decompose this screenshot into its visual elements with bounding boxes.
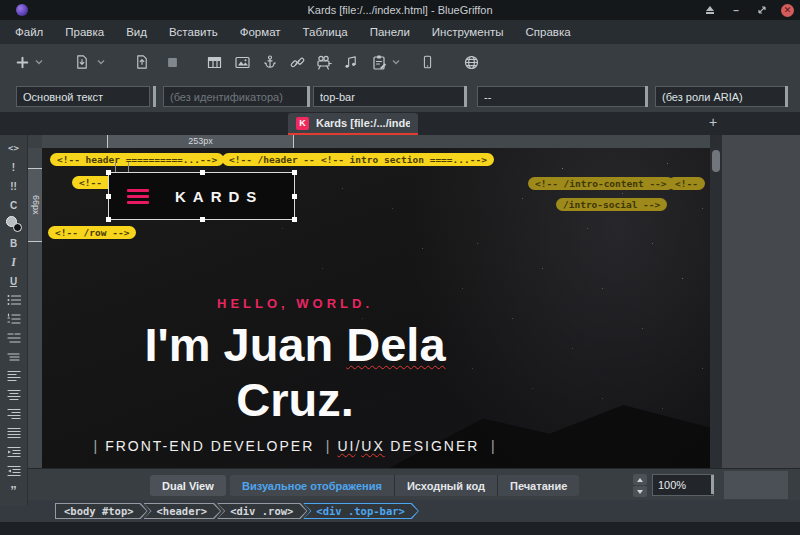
comment-pill-intro-open[interactable]: <!-- intro section ====...-->	[314, 153, 494, 166]
hero-heading[interactable]: I'm Juan Dela Cruz.	[42, 317, 548, 427]
menu-table[interactable]: Таблица	[292, 22, 359, 42]
bold-icon[interactable]: B	[6, 235, 22, 251]
indent-icon[interactable]	[6, 444, 22, 460]
stop-loading-icon[interactable]	[162, 52, 182, 72]
keep-above-icon[interactable]	[703, 3, 717, 17]
splitter-handle[interactable]	[645, 86, 648, 107]
insert-form-dropdown-icon[interactable]	[391, 52, 401, 72]
breadcrumb-tag-body[interactable]: <body #top>	[55, 503, 148, 519]
insert-image-icon[interactable]	[232, 52, 252, 72]
blockquote-icon[interactable]: ”	[6, 482, 22, 498]
element-id-field[interactable]	[163, 86, 310, 107]
menu-view[interactable]: Вид	[115, 22, 158, 42]
resize-handle-n[interactable]	[200, 170, 205, 175]
align-center-icon[interactable]	[6, 387, 22, 403]
align-left-icon[interactable]	[6, 368, 22, 384]
open-document-icon[interactable]	[72, 52, 92, 72]
hero-tagline[interactable]: |FRONT-END DEVELOPER |UI/UX DESIGNER |	[42, 438, 548, 455]
view-tab-visual[interactable]: Визуальное отображения	[230, 475, 395, 496]
new-document-dropdown-icon[interactable]	[34, 52, 44, 72]
comment-pill-row-close[interactable]: <!-- /row -->	[48, 226, 136, 239]
breadcrumb-tag-header[interactable]: <header>	[144, 503, 222, 519]
new-tab-button[interactable]: +	[704, 113, 722, 131]
zoom-increase-button[interactable]	[633, 474, 647, 485]
view-tab-print[interactable]: Печатание	[498, 475, 579, 496]
menu-insert[interactable]: Вставить	[158, 22, 229, 42]
scrollbar-thumb[interactable]	[712, 150, 720, 172]
browser-preview-icon[interactable]	[461, 52, 481, 72]
close-icon[interactable]: ✕	[781, 4, 794, 17]
site-logo-text[interactable]: KARDS	[175, 188, 263, 205]
zoom-decrease-button[interactable]	[633, 486, 647, 497]
align-right-icon[interactable]	[6, 406, 22, 422]
comment-pill-intro-social-close[interactable]: /intro-social -->	[556, 198, 667, 211]
splitter-handle[interactable]	[711, 475, 714, 494]
menu-format[interactable]: Формат	[229, 22, 292, 42]
list-ordered-icon[interactable]	[6, 311, 22, 327]
comment-pill-clipped-open[interactable]: <!--	[668, 177, 705, 190]
element-lang-field[interactable]	[477, 86, 648, 107]
comment-pill-header-open[interactable]: <!-- header ==========...-->	[50, 153, 224, 166]
hero-greeting[interactable]: HELLO, WORLD.	[42, 296, 548, 311]
insert-form-icon[interactable]	[369, 52, 389, 72]
menu-tools[interactable]: Инструменты	[421, 22, 515, 42]
wysiwyg-canvas[interactable]: <!-- header ==========...--> <!-- /heade…	[42, 148, 710, 468]
resize-handle-nw[interactable]	[106, 170, 111, 175]
outdent-icon[interactable]	[6, 463, 22, 479]
resize-handle-s[interactable]	[200, 217, 205, 222]
breadcrumb-tag-div-row[interactable]: <div .row>	[217, 503, 307, 519]
save-document-icon[interactable]	[132, 52, 152, 72]
list-unordered-icon[interactable]	[6, 292, 22, 308]
insert-video-icon[interactable]	[314, 52, 334, 72]
title-bar: Kards [file:/.../index.html] - BlueGriff…	[0, 0, 800, 20]
splitter-handle[interactable]	[464, 86, 467, 107]
element-class-field[interactable]	[313, 86, 467, 107]
bluegriffon-logo-icon	[16, 4, 28, 16]
open-document-dropdown-icon[interactable]	[96, 52, 106, 72]
aria-role-field[interactable]	[655, 86, 788, 107]
comment-pill-intro-content-close[interactable]: <!-- /intro-content -->	[528, 177, 674, 190]
selected-topbar-element[interactable]: KARDS	[108, 172, 295, 220]
insert-audio-icon[interactable]	[341, 52, 361, 72]
new-document-icon[interactable]	[12, 52, 32, 72]
resize-handle-se[interactable]	[292, 217, 297, 222]
properties-bar	[0, 80, 800, 112]
code-markup-icon[interactable]: <>	[6, 140, 22, 156]
resize-handle-sw[interactable]	[106, 217, 111, 222]
splitter-handle[interactable]	[153, 86, 156, 107]
insert-link-icon[interactable]	[287, 52, 307, 72]
menu-file[interactable]: Файл	[4, 22, 54, 42]
document-tab[interactable]: K Kards [file:/.../index....	[288, 113, 418, 133]
menu-edit[interactable]: Правка	[54, 22, 115, 42]
menu-panels[interactable]: Панели	[359, 22, 421, 42]
hero-section[interactable]: HELLO, WORLD. I'm Juan Dela Cruz. |FRONT…	[42, 296, 548, 455]
splitter-handle[interactable]	[785, 86, 788, 107]
splitter-handle[interactable]	[307, 86, 310, 107]
minimize-icon[interactable]: –	[729, 3, 743, 17]
strong-emphasis-icon[interactable]: !!	[6, 178, 22, 194]
element-type-field[interactable]	[16, 86, 150, 107]
resize-handle-w[interactable]	[106, 194, 111, 199]
list-compact-icon[interactable]	[6, 349, 22, 365]
comment-pill-header-close[interactable]: <!-- /header -->	[222, 153, 328, 166]
hamburger-menu-icon[interactable]	[127, 189, 149, 204]
insert-anchor-icon[interactable]	[260, 52, 280, 72]
zoom-level-field[interactable]	[652, 474, 714, 496]
align-justify-icon[interactable]	[6, 425, 22, 441]
mobile-view-icon[interactable]	[417, 52, 437, 72]
dual-view-button[interactable]: Dual View	[150, 475, 226, 496]
color-picker-icon[interactable]	[6, 216, 22, 232]
breadcrumb-tag-div-topbar[interactable]: <div .top-bar>	[303, 503, 419, 519]
italic-icon[interactable]: I	[6, 254, 22, 270]
vertical-scrollbar[interactable]	[710, 148, 722, 468]
list-definition-icon[interactable]	[6, 330, 22, 346]
view-tab-source[interactable]: Исходный код	[395, 475, 498, 496]
menu-help[interactable]: Справка	[515, 22, 582, 42]
insert-table-icon[interactable]	[204, 52, 224, 72]
resize-handle-e[interactable]	[292, 194, 297, 199]
underline-icon[interactable]: U	[6, 273, 22, 289]
cite-icon[interactable]: C	[6, 197, 22, 213]
restore-icon[interactable]	[755, 3, 769, 17]
resize-handle-ne[interactable]	[292, 170, 297, 175]
emphasis-icon[interactable]: !	[6, 159, 22, 175]
